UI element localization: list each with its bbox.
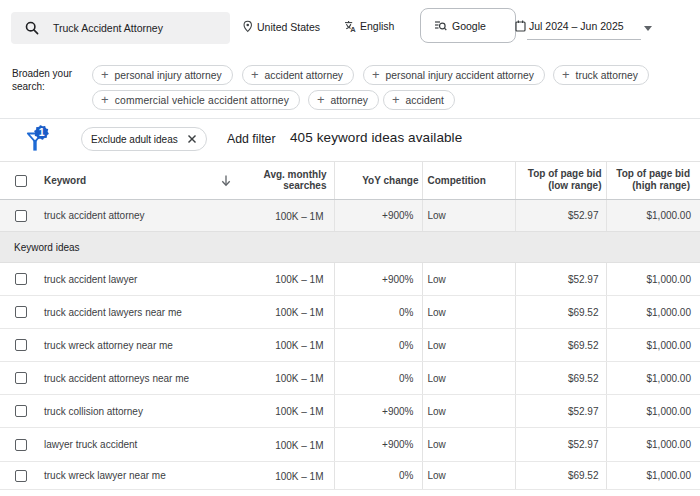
svg-text:A: A (350, 25, 356, 32)
svg-text:1: 1 (39, 126, 45, 138)
